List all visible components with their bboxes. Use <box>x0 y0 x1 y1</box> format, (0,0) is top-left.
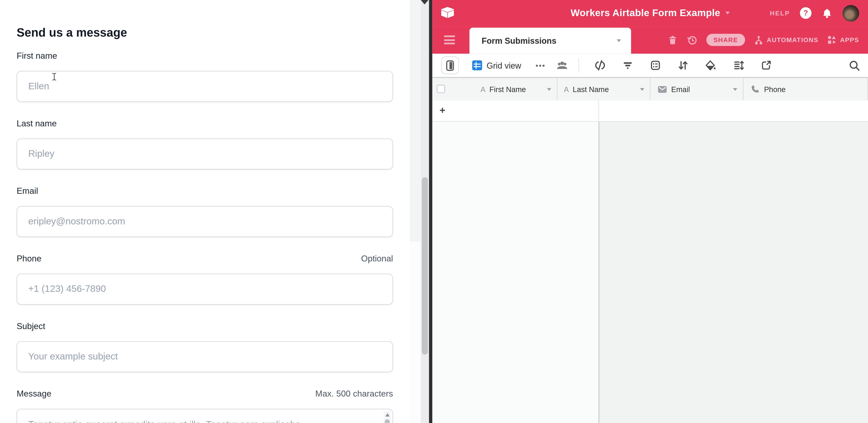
select-all-checkbox[interactable] <box>437 85 445 93</box>
column-header-phone[interactable]: Phone <box>744 78 868 100</box>
airtable-topbar: Workers Airtable Form Example HELP ? <box>432 0 868 26</box>
view-sidebar-toggle-button[interactable] <box>441 57 459 74</box>
topbar-right-cluster: HELP ? <box>770 0 859 26</box>
view-more-icon[interactable]: ••• <box>536 61 546 69</box>
field-group-subject: Subject <box>17 321 393 372</box>
page-gutter <box>410 0 421 241</box>
history-icon[interactable] <box>686 34 698 46</box>
column-header-email[interactable]: Email <box>650 78 744 100</box>
airtable-viewbar: Form Submissions <box>432 26 868 54</box>
email-field-type-icon <box>657 84 668 95</box>
automations-label: AUTOMATIONS <box>767 37 818 43</box>
message-textarea[interactable]: Tenetur optio quaerat expedita vero et i… <box>17 409 393 423</box>
view-toolbar: Grid view ••• <box>432 54 868 77</box>
sort-icon[interactable] <box>676 60 689 71</box>
column-name: First Name <box>489 85 526 93</box>
first-name-input[interactable] <box>17 71 393 102</box>
phone-input[interactable] <box>17 274 393 305</box>
scroll-up-arrow-icon[interactable] <box>385 413 390 417</box>
column-divider-line <box>598 100 599 121</box>
viewbar-right-cluster: SHARE AUTOMATIONS <box>667 26 859 54</box>
add-record-row[interactable]: + <box>432 100 868 122</box>
table-tab-form-submissions[interactable]: Form Submissions <box>469 28 631 54</box>
column-name: Last Name <box>573 85 609 93</box>
field-group-message: Message Max. 500 characters Tenetur opti… <box>17 389 393 423</box>
sidebar-toggle-icon <box>446 60 454 71</box>
field-group-last-name: Last name <box>17 119 393 170</box>
toolbar-divider <box>578 58 579 73</box>
field-group-phone: Phone Optional <box>17 253 393 304</box>
last-name-input[interactable] <box>17 139 393 170</box>
message-text: Tenetur optio quaerat expedita vero et i… <box>28 419 378 423</box>
grid-body-first-column-area <box>432 122 598 423</box>
email-input[interactable] <box>17 206 393 237</box>
text-cursor-icon <box>51 72 58 81</box>
row-height-icon[interactable] <box>732 60 745 71</box>
grid-header-row: A First Name A Last Name <box>432 78 868 101</box>
grid-body-rest-area <box>599 122 868 423</box>
airtable-panel: Workers Airtable Form Example HELP ? For… <box>432 0 868 423</box>
notifications-bell-icon[interactable] <box>822 7 833 19</box>
collaborators-icon[interactable] <box>556 60 568 71</box>
filter-icon[interactable] <box>621 60 634 71</box>
subject-label: Subject <box>17 321 45 331</box>
textarea-scroll-thumb[interactable] <box>385 419 390 423</box>
last-name-label: Last name <box>17 119 57 128</box>
table-tab-label: Form Submissions <box>482 36 556 46</box>
automations-button[interactable]: AUTOMATIONS <box>753 34 818 46</box>
base-title-caret-icon <box>725 12 730 14</box>
base-title-text: Workers Airtable Form Example <box>570 7 720 19</box>
phone-optional-note: Optional <box>361 253 393 264</box>
phone-field-type-icon <box>750 84 760 94</box>
trash-icon[interactable] <box>667 34 678 46</box>
first-name-label: First name <box>17 51 57 61</box>
column-name: Email <box>671 85 690 93</box>
contact-form-panel: Send us a message First name Last name E… <box>0 0 410 423</box>
apps-label: APPS <box>840 37 859 43</box>
page-gutter-lower <box>410 241 421 423</box>
email-label: Email <box>17 186 38 196</box>
help-circle-icon[interactable]: ? <box>800 7 812 19</box>
window-scrollbar-thumb[interactable] <box>422 177 428 355</box>
airtable-logo-icon[interactable] <box>440 6 455 19</box>
textarea-scrollbar[interactable] <box>384 411 391 423</box>
add-record-plus-icon[interactable]: + <box>439 105 445 116</box>
sidebar-menu-icon[interactable] <box>444 35 455 44</box>
scrollbar-top-arrow-icon <box>421 0 429 4</box>
message-maxchars-note: Max. 500 characters <box>315 389 393 399</box>
column-caret-icon[interactable] <box>640 88 644 90</box>
apps-button[interactable]: APPS <box>827 34 859 46</box>
subject-input[interactable] <box>17 341 393 372</box>
color-icon[interactable] <box>704 60 717 71</box>
field-group-email: Email <box>17 186 393 237</box>
help-button[interactable]: HELP <box>770 10 790 16</box>
column-header-first-name[interactable]: A First Name <box>432 78 557 100</box>
user-avatar[interactable] <box>842 5 859 21</box>
text-field-type-icon: A <box>564 85 569 93</box>
column-name: Phone <box>764 85 786 93</box>
column-caret-icon[interactable] <box>733 88 737 90</box>
group-icon[interactable] <box>649 60 662 71</box>
base-title[interactable]: Workers Airtable Form Example <box>570 0 730 26</box>
grid-body <box>432 122 868 423</box>
grid-view-icon <box>472 60 482 70</box>
message-label: Message <box>17 389 51 399</box>
field-group-first-name: First name <box>17 51 393 102</box>
hide-fields-icon[interactable] <box>593 60 607 71</box>
view-name[interactable]: Grid view <box>487 61 521 70</box>
form-title: Send us a message <box>17 26 127 40</box>
table-tab-caret-icon[interactable] <box>617 39 621 42</box>
column-header-last-name[interactable]: A Last Name <box>557 78 650 100</box>
share-view-icon[interactable] <box>759 60 773 71</box>
column-caret-icon[interactable] <box>547 88 551 90</box>
share-button[interactable]: SHARE <box>706 34 745 46</box>
screenshot-root: Send us a message First name Last name E… <box>0 0 868 423</box>
window-divider <box>429 0 432 423</box>
phone-label: Phone <box>17 253 41 264</box>
text-field-type-icon: A <box>480 85 486 93</box>
search-icon[interactable] <box>849 60 860 71</box>
